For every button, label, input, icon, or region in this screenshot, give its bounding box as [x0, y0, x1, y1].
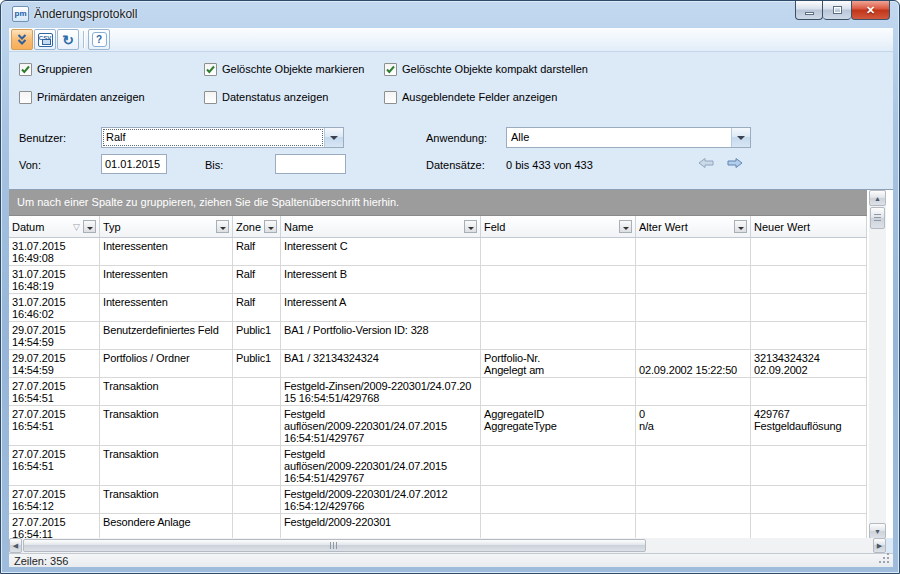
column-header-zone[interactable]: Zone: [233, 216, 281, 237]
window-controls: ✕: [795, 1, 890, 20]
checkbox-checked-icon[interactable]: [19, 63, 32, 76]
table-row[interactable]: 29.07.2015 14:54:59Benutzerdefiniertes F…: [9, 322, 867, 350]
table-row[interactable]: 29.07.2015 14:54:59Portfolios / OrdnerPu…: [9, 350, 867, 378]
horizontal-scrollbar[interactable]: ◀ ▶: [9, 538, 886, 553]
column-header-alter-wert[interactable]: Alter Wert: [636, 216, 751, 237]
anwendung-dropdown-button[interactable]: [731, 128, 750, 147]
table-cell: [481, 486, 636, 513]
anwendung-combobox[interactable]: Alle: [506, 127, 751, 148]
resize-grip-icon[interactable]: [879, 553, 891, 565]
arrow-left-icon: [698, 157, 714, 169]
group-by-bar[interactable]: Um nach einer Spalte zu gruppieren, zieh…: [9, 190, 867, 216]
filter-icon[interactable]: [216, 220, 229, 233]
table-cell: 02.09.2002 15:22:50: [636, 350, 751, 377]
checkbox-label: Gelöschte Objekte kompakt darstellen: [402, 63, 588, 75]
scroll-up-button[interactable]: ▲: [869, 190, 886, 206]
anwendung-label: Anwendung:: [426, 132, 487, 144]
table-cell: [233, 406, 281, 445]
benutzer-combobox[interactable]: Ralf: [101, 127, 344, 148]
export-csv-button[interactable]: CSV: [34, 29, 56, 50]
grid-header: Datum▽TypZoneNameFeldAlter WertNeuer Wer…: [9, 216, 867, 238]
table-cell: 429767 Festgeldauflösung: [751, 406, 867, 445]
table-row[interactable]: 27.07.2015 16:54:11Besondere AnlageFestg…: [9, 514, 867, 539]
table-cell: [481, 322, 636, 349]
column-header-datum[interactable]: Datum▽: [9, 216, 100, 237]
column-label: Datum: [12, 221, 73, 233]
table-cell: [636, 514, 751, 539]
expand-toggle-button[interactable]: [11, 29, 33, 50]
close-button[interactable]: ✕: [851, 1, 890, 20]
table-row[interactable]: 27.07.2015 16:54:51TransaktionFestgeld a…: [9, 446, 867, 486]
table-cell: BA1 / Portfolio-Version ID: 328: [281, 322, 481, 349]
help-button[interactable]: ?: [88, 29, 110, 50]
prev-page-button[interactable]: [695, 156, 717, 172]
checkbox-unchecked-icon[interactable]: [204, 91, 217, 104]
table-cell: AggregateID AggregateType: [481, 406, 636, 445]
table-cell: 27.07.2015 16:54:51: [9, 406, 100, 445]
vertical-scroll-thumb[interactable]: [870, 207, 885, 229]
table-row[interactable]: 27.07.2015 16:54:51TransaktionFestgeld a…: [9, 406, 867, 446]
filter-icon[interactable]: [264, 220, 277, 233]
table-cell: Festgeld/2009-220301: [281, 514, 481, 539]
checkbox-checked-icon[interactable]: [384, 63, 397, 76]
csv-file-icon: CSV: [38, 33, 53, 47]
scroll-left-button[interactable]: ◀: [9, 538, 22, 553]
filter-icon[interactable]: [619, 220, 632, 233]
bis-input[interactable]: [275, 154, 346, 174]
table-cell: Ralf: [233, 266, 281, 293]
refresh-button[interactable]: ↻: [57, 29, 79, 50]
checkbox-unchecked-icon[interactable]: [384, 91, 397, 104]
column-header-name[interactable]: Name: [281, 216, 481, 237]
checkbox-item[interactable]: Primärdaten anzeigen: [19, 90, 145, 104]
table-cell: 27.07.2015 16:54:51: [9, 378, 100, 405]
checkbox-label: Datenstatus anzeigen: [222, 91, 328, 103]
table-row[interactable]: 27.07.2015 16:54:12TransaktionFestgeld/2…: [9, 486, 867, 514]
checkbox-item[interactable]: Datenstatus anzeigen: [204, 90, 328, 104]
table-cell: Festgeld/2009-220301/24.07.2012 16:54:12…: [281, 486, 481, 513]
table-cell: BA1 / 32134324324: [281, 350, 481, 377]
help-icon: ?: [92, 32, 107, 47]
table-cell: 31.07.2015 16:48:19: [9, 266, 100, 293]
bis-label: Bis:: [205, 159, 223, 171]
table-cell: Interessenten: [100, 266, 233, 293]
triangle-right-icon: ▶: [877, 542, 882, 550]
filter-icon[interactable]: [734, 220, 747, 233]
maximize-button[interactable]: [823, 1, 851, 20]
sort-desc-icon: ▽: [73, 222, 80, 232]
change-log-grid: Um nach einer Spalte zu gruppieren, zieh…: [9, 189, 893, 538]
checkbox-item[interactable]: Ausgeblendete Felder anzeigen: [384, 90, 557, 104]
table-cell: Interessent A: [281, 294, 481, 321]
table-cell: [481, 238, 636, 265]
benutzer-dropdown-button[interactable]: [324, 128, 343, 147]
horizontal-scroll-thumb[interactable]: [23, 539, 646, 552]
column-header-typ[interactable]: Typ: [100, 216, 233, 237]
scroll-down-button[interactable]: ▼: [869, 523, 886, 539]
table-cell: Portfolios / Ordner: [100, 350, 233, 377]
column-header-neuer-wert[interactable]: Neuer Wert: [751, 216, 867, 237]
checkbox-item[interactable]: Gruppieren: [19, 62, 92, 76]
checkbox-checked-icon[interactable]: [204, 63, 217, 76]
checkbox-unchecked-icon[interactable]: [19, 91, 32, 104]
table-row[interactable]: 31.07.2015 16:48:19InteressentenRalfInte…: [9, 266, 867, 294]
titlebar[interactable]: pm Änderungsprotokoll ✕: [1, 1, 899, 28]
anwendung-value: Alle: [507, 128, 731, 147]
vertical-scrollbar[interactable]: ▲ ▼: [869, 190, 886, 539]
table-cell: [751, 322, 867, 349]
table-row[interactable]: 31.07.2015 16:46:02InteressentenRalfInte…: [9, 294, 867, 322]
table-cell: Benutzerdefiniertes Feld: [100, 322, 233, 349]
von-input[interactable]: [101, 154, 167, 174]
table-row[interactable]: 27.07.2015 16:54:51TransaktionFestgeld-Z…: [9, 378, 867, 406]
filter-icon[interactable]: [464, 220, 477, 233]
table-cell: [233, 514, 281, 539]
next-page-button[interactable]: [724, 156, 746, 172]
checkbox-item[interactable]: Gelöschte Objekte kompakt darstellen: [384, 62, 588, 76]
triangle-down-icon: ▼: [874, 528, 881, 535]
filter-icon[interactable]: [83, 220, 96, 233]
checkbox-item[interactable]: Gelöschte Objekte markieren: [204, 62, 364, 76]
minimize-button[interactable]: [795, 1, 823, 20]
scroll-right-button[interactable]: ▶: [873, 538, 886, 553]
column-header-feld[interactable]: Feld: [481, 216, 636, 237]
table-cell: Besondere Anlage: [100, 514, 233, 539]
table-cell: [481, 446, 636, 485]
table-row[interactable]: 31.07.2015 16:49:08InteressentenRalfInte…: [9, 238, 867, 266]
